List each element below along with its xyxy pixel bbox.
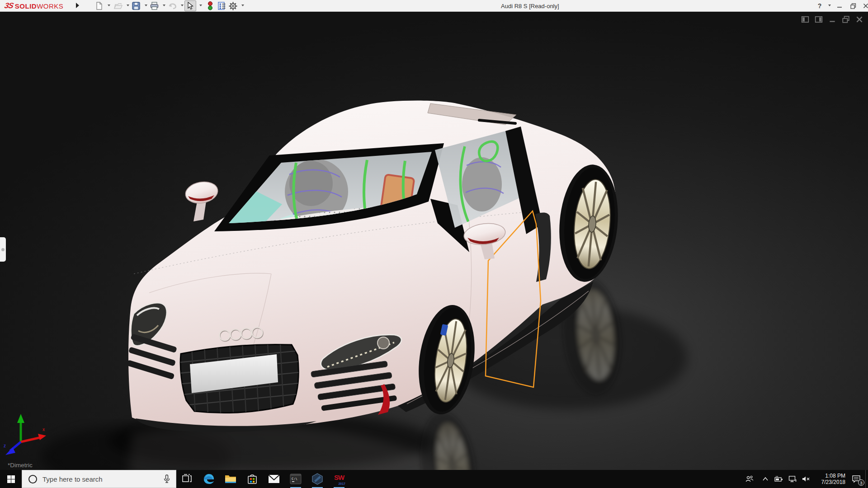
triad-x-axis: x <box>21 427 46 442</box>
document-window-controls <box>801 15 863 23</box>
open-dropdown-icon[interactable] <box>127 5 129 6</box>
save-dropdown-icon[interactable] <box>145 5 147 6</box>
taskbar-search[interactable] <box>22 470 176 488</box>
feature-panel-tab[interactable] <box>0 237 6 262</box>
volume-muted-icon <box>802 476 810 482</box>
command-prompt-icon: C:\ <box>290 473 302 485</box>
notification-badge: 3 <box>858 479 864 486</box>
minimize-button[interactable] <box>833 0 846 12</box>
taskbar: C:\ SW 2017 <box>0 470 868 488</box>
doc-restore-icon[interactable] <box>842 15 850 23</box>
clock-date: 7/23/2018 <box>813 479 845 485</box>
window-title: Audi R8 S [Read-only] <box>501 3 559 9</box>
triad-y-axis <box>17 414 24 442</box>
mail-button[interactable] <box>263 470 285 488</box>
new-dropdown-icon[interactable] <box>108 5 110 6</box>
start-button[interactable] <box>0 470 22 488</box>
menu-expander-icon[interactable] <box>76 3 79 8</box>
print-icon <box>150 2 159 10</box>
help-button[interactable]: ? <box>813 0 826 12</box>
restore-button[interactable] <box>846 0 860 12</box>
network-icon <box>788 475 797 483</box>
appearances-button[interactable] <box>204 0 216 11</box>
edrawings-hexagon-icon <box>311 473 323 485</box>
solidworks-app-icon: SW 2017 <box>333 473 345 485</box>
store-button[interactable] <box>241 470 263 488</box>
doc-close-icon[interactable] <box>855 15 863 23</box>
select-dropdown-icon[interactable] <box>199 5 202 6</box>
task-view-button[interactable] <box>176 470 198 488</box>
print-button[interactable] <box>148 0 160 11</box>
battery-button[interactable] <box>772 470 786 488</box>
people-button[interactable] <box>741 470 759 488</box>
tray-overflow-button[interactable] <box>759 470 772 488</box>
close-icon <box>863 3 868 9</box>
svg-text:z: z <box>4 443 6 448</box>
undo-dropdown-icon[interactable] <box>181 5 184 6</box>
undo-arrow-icon <box>168 2 177 9</box>
minimize-icon <box>837 3 842 9</box>
edge-button[interactable] <box>198 470 220 488</box>
microphone-icon[interactable] <box>163 474 170 483</box>
battery-icon <box>774 475 783 483</box>
edrawings-button[interactable] <box>307 470 328 488</box>
store-icon <box>247 474 258 484</box>
select-cursor-icon <box>187 2 194 10</box>
print-dropdown-icon[interactable] <box>163 5 165 6</box>
search-input[interactable] <box>42 475 158 483</box>
system-tray: 1:08 PM 7/23/2018 3 <box>741 470 868 488</box>
triad-z-axis: z <box>4 442 21 455</box>
gear-icon <box>229 2 237 10</box>
save-button[interactable] <box>130 0 142 11</box>
properties-list-icon <box>218 2 226 10</box>
volume-button[interactable] <box>799 470 813 488</box>
network-button[interactable] <box>786 470 799 488</box>
help-dropdown-icon[interactable] <box>828 5 831 6</box>
doc-minimize-icon[interactable] <box>828 15 836 23</box>
panel-toggle-left-icon[interactable] <box>801 15 809 23</box>
save-floppy-icon <box>132 2 140 10</box>
open-button[interactable] <box>112 0 124 11</box>
title-bar: 3S SOLIDWORKS <box>0 0 868 12</box>
file-explorer-icon <box>225 474 236 484</box>
action-center-button[interactable]: 3 <box>847 470 865 488</box>
svg-text:C:\: C:\ <box>292 477 297 481</box>
graphics-viewport[interactable]: x z *Dimetric <box>0 12 868 470</box>
svg-text:x: x <box>42 427 45 432</box>
task-view-icon <box>182 474 192 484</box>
view-orientation-label: *Dimetric <box>8 462 33 469</box>
file-explorer-button[interactable] <box>220 470 241 488</box>
panel-toggle-right-icon[interactable] <box>815 15 823 23</box>
options-dropdown-icon[interactable] <box>241 5 244 6</box>
clock-time: 1:08 PM <box>813 473 845 479</box>
mail-icon <box>268 474 280 483</box>
properties-button[interactable] <box>216 0 228 11</box>
taskbar-clock[interactable]: 1:08 PM 7/23/2018 <box>813 470 847 488</box>
projector-lens <box>377 337 389 349</box>
options-button[interactable] <box>227 0 239 11</box>
restore-icon <box>850 3 856 9</box>
people-icon <box>745 475 754 483</box>
windows-logo-icon <box>7 475 15 483</box>
panel-tab-grip-icon <box>1 248 5 251</box>
orientation-triad[interactable]: x z <box>1 408 51 458</box>
command-prompt-button[interactable]: C:\ <box>285 470 307 488</box>
show-desktop-button[interactable] <box>865 470 868 488</box>
solidworks-logo: 3S SOLIDWORKS <box>5 1 63 11</box>
edge-icon <box>203 473 215 485</box>
select-button[interactable] <box>184 0 196 11</box>
undo-button[interactable] <box>166 0 178 11</box>
car-model[interactable] <box>0 12 868 470</box>
solidworks-logo-icon: 3S <box>4 1 14 10</box>
front-grille[interactable] <box>179 343 299 415</box>
cortana-icon <box>28 475 37 483</box>
chevron-up-icon <box>762 477 769 481</box>
close-button[interactable] <box>859 0 868 12</box>
new-button[interactable] <box>93 0 105 11</box>
solidworks-app-button[interactable]: SW 2017 <box>328 470 350 488</box>
new-document-icon <box>95 2 103 10</box>
stoplight-icon <box>208 1 213 10</box>
open-folder-icon <box>114 2 123 9</box>
